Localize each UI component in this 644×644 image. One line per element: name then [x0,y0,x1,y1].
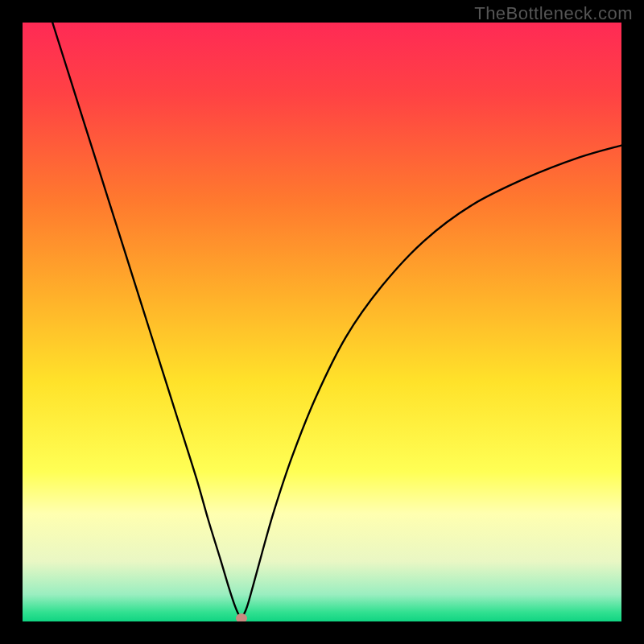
optimum-marker [236,613,247,621]
curve-layer [23,23,621,621]
watermark-text: TheBottleneck.com [474,3,633,24]
bottleneck-curve [52,23,621,617]
chart-frame: TheBottleneck.com [0,0,644,644]
plot-area [23,23,621,621]
